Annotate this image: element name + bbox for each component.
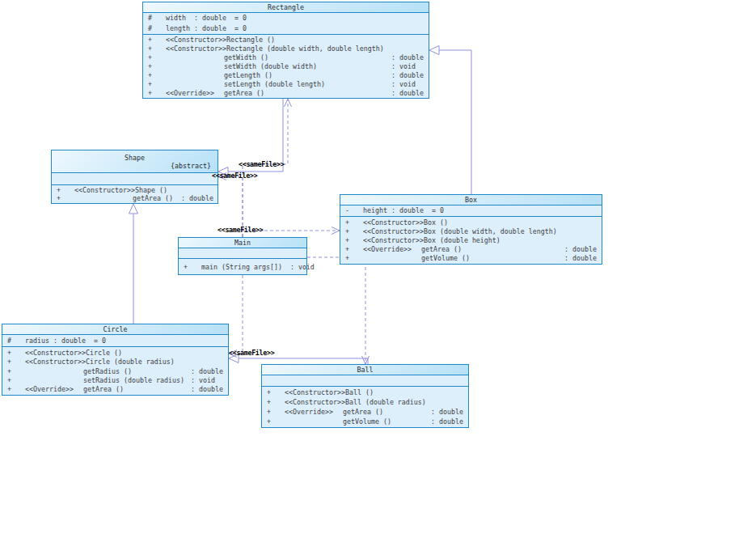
visibility-marker: + bbox=[148, 53, 166, 61]
visibility-marker: + bbox=[57, 194, 74, 202]
method-return-type: : void bbox=[391, 80, 429, 88]
edge-stereotype-label-3[interactable]: <<sameFile>> bbox=[229, 349, 274, 357]
class-title-compartment: Shape{abstract} bbox=[52, 150, 218, 173]
method-row: +getArea () : double bbox=[52, 194, 218, 202]
edge-stereotype-label-1[interactable]: <<sameFile>> bbox=[212, 172, 257, 180]
visibility-marker: + bbox=[148, 89, 166, 97]
visibility-marker: + bbox=[148, 44, 166, 53]
method-row: +getVolume (): double bbox=[340, 254, 602, 263]
class-title-compartment: Circle bbox=[2, 324, 228, 335]
edge-stereotype-label-0[interactable]: <<sameFile>> bbox=[239, 160, 284, 168]
class-title-compartment: Rectangle bbox=[143, 2, 429, 13]
visibility-marker: + bbox=[7, 349, 25, 357]
attribute-row: #width : double = 0 bbox=[143, 13, 429, 23]
method-row: +<<Constructor>>Ball (double radius) bbox=[262, 397, 468, 407]
attribute-row: #length : double = 0 bbox=[143, 23, 429, 34]
visibility-marker: + bbox=[345, 254, 363, 262]
method-return-type: : double bbox=[391, 89, 429, 97]
method-signature: setLength (double length) bbox=[224, 80, 325, 88]
edge-stereotype-label-2[interactable]: <<sameFile>> bbox=[218, 226, 263, 234]
class-box-main[interactable]: Main+main (String args[]) : void bbox=[178, 237, 307, 275]
methods-compartment: +<<Constructor>>Box ()+<<Constructor>>Bo… bbox=[340, 217, 602, 264]
class-title-rectangle: Rectangle bbox=[143, 3, 429, 11]
method-row: +<<Constructor>>Box (double height) bbox=[340, 235, 602, 244]
method-stereotype: <<Constructor>> bbox=[25, 349, 86, 357]
attributes-compartment: -height : double = 0 bbox=[340, 205, 602, 217]
class-title-circle: Circle bbox=[2, 325, 228, 333]
method-signature: Box () bbox=[424, 218, 448, 227]
visibility-marker: + bbox=[345, 236, 363, 244]
visibility-marker: + bbox=[7, 358, 25, 366]
method-signature: getRadius () bbox=[83, 367, 132, 375]
visibility-marker: + bbox=[345, 245, 363, 253]
method-row: +main (String args[]) : void bbox=[179, 260, 306, 273]
class-box-box[interactable]: Box-height : double = 0+<<Constructor>>B… bbox=[340, 194, 602, 265]
method-signature: Box (double width, double length) bbox=[424, 227, 557, 235]
attributes-compartment bbox=[179, 248, 306, 259]
attribute-text: height : double = 0 bbox=[363, 205, 444, 216]
class-box-circle[interactable]: Circle#radius : double = 0+<<Constructor… bbox=[2, 324, 229, 396]
class-title-ball: Ball bbox=[262, 366, 468, 374]
visibility-marker: # bbox=[148, 23, 166, 34]
class-title-compartment: Ball bbox=[262, 365, 468, 375]
method-row: +<<Constructor>>Ball () bbox=[262, 388, 468, 397]
method-row: +<<Constructor>>Circle () bbox=[2, 348, 228, 357]
method-row: +<<Constructor>>Circle (double radius) bbox=[2, 357, 228, 366]
method-row: +<<Constructor>>Box (double width, doubl… bbox=[340, 227, 602, 235]
method-signature: getArea () bbox=[224, 89, 264, 97]
edge-main-uses-circle[interactable] bbox=[229, 275, 243, 354]
edge-box-extends-rectangle[interactable] bbox=[439, 50, 471, 194]
visibility-marker: + bbox=[7, 367, 25, 375]
method-signature: Shape () bbox=[135, 186, 167, 194]
methods-compartment: +<<Constructor>>Ball ()+<<Constructor>>B… bbox=[262, 387, 468, 427]
visibility-marker: + bbox=[7, 385, 25, 393]
box-extends-rectangle-arrowhead-icon bbox=[429, 46, 439, 55]
visibility-marker: + bbox=[7, 376, 25, 384]
visibility-marker: + bbox=[267, 408, 285, 416]
class-title-compartment: Box bbox=[340, 195, 602, 205]
method-stereotype: <<Override>> bbox=[25, 385, 83, 393]
attribute-text: length : double = 0 bbox=[166, 23, 247, 34]
method-return-type: : double bbox=[431, 417, 468, 426]
method-signature: getVolume () bbox=[421, 254, 470, 262]
edge-main-uses-ball[interactable] bbox=[307, 257, 365, 364]
method-return-type: : void bbox=[191, 376, 228, 384]
method-signature: getLength () bbox=[224, 71, 272, 79]
method-return-type: : double bbox=[191, 385, 228, 393]
method-row: +<<Override>>getArea (): double bbox=[143, 88, 429, 97]
class-title-compartment: Main bbox=[179, 238, 306, 248]
class-box-shape[interactable]: Shape{abstract}+<<Constructor>>Shape ()+… bbox=[51, 150, 218, 204]
method-stereotype: <<Constructor>> bbox=[285, 388, 345, 396]
method-row: +getLength (): double bbox=[143, 70, 429, 79]
method-row: +<<Constructor>>Rectangle () bbox=[143, 36, 429, 44]
method-signature: setWidth (double width) bbox=[224, 62, 317, 70]
method-stereotype: <<Override>> bbox=[285, 408, 343, 416]
method-stereotype: <<Constructor>> bbox=[285, 398, 345, 406]
method-signature: main (String args[]) : void bbox=[201, 263, 315, 271]
method-return-type: : double bbox=[391, 53, 429, 61]
visibility-marker: + bbox=[184, 263, 201, 271]
method-return-type: : double bbox=[391, 71, 429, 79]
method-signature: getArea () : double bbox=[133, 194, 213, 202]
methods-compartment: +<<Constructor>>Shape ()+getArea () : do… bbox=[52, 185, 218, 203]
method-signature: Ball () bbox=[345, 388, 374, 396]
class-title-box: Box bbox=[340, 196, 602, 204]
attribute-row: -height : double = 0 bbox=[340, 205, 602, 216]
method-row: +<<Override>>getArea (): double bbox=[2, 385, 228, 394]
edge-ball-extends-circle[interactable] bbox=[239, 358, 368, 364]
visibility-marker: + bbox=[57, 186, 74, 194]
attribute-row: #radius : double = 0 bbox=[2, 336, 228, 346]
method-stereotype: <<Constructor>> bbox=[166, 44, 226, 53]
visibility-marker: + bbox=[148, 62, 166, 70]
method-row: +<<Constructor>>Box () bbox=[340, 218, 602, 227]
method-signature: getArea () bbox=[343, 408, 383, 416]
method-row: +<<Constructor>>Rectangle (double width,… bbox=[143, 44, 429, 53]
attributes-compartment bbox=[52, 173, 218, 185]
method-signature: Circle () bbox=[86, 349, 122, 357]
method-stereotype: <<Override>> bbox=[166, 89, 224, 97]
method-signature: Rectangle (double width, double length) bbox=[226, 44, 384, 53]
method-stereotype: <<Constructor>> bbox=[363, 236, 424, 244]
class-box-rectangle[interactable]: Rectangle#width : double = 0#length : do… bbox=[142, 2, 429, 99]
method-return-type: : void bbox=[391, 62, 429, 70]
class-box-ball[interactable]: Ball+<<Constructor>>Ball ()+<<Constructo… bbox=[261, 364, 469, 428]
